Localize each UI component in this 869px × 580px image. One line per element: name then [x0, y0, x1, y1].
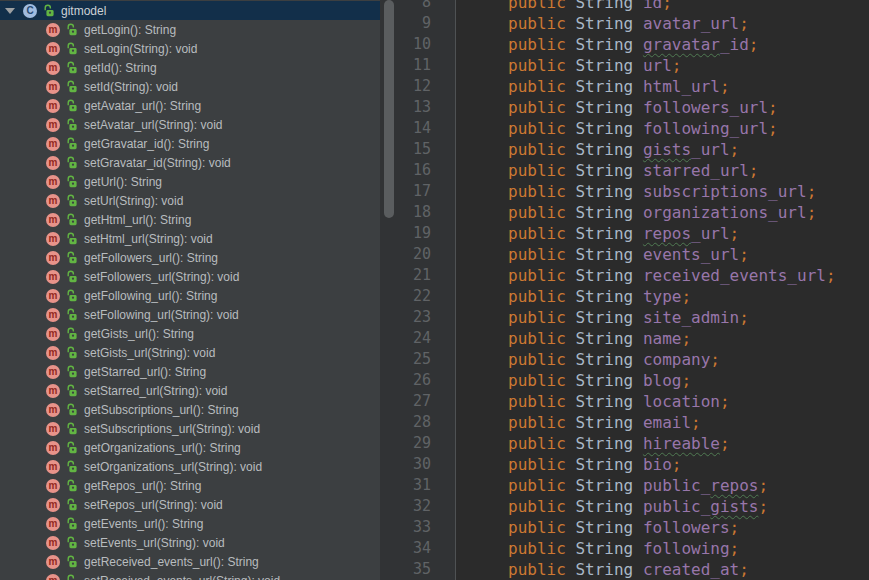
line-number[interactable]: 28: [398, 412, 456, 433]
code-line[interactable]: 19 public String repos_url;: [398, 223, 869, 244]
line-number[interactable]: 32: [398, 496, 456, 517]
line-number[interactable]: 21: [398, 265, 456, 286]
expand-arrow-icon[interactable]: [5, 8, 15, 14]
code-line[interactable]: 34 public String following;: [398, 538, 869, 559]
structure-method-row[interactable]: m getStarred_url(): String: [0, 362, 380, 381]
code-text[interactable]: public String name;: [456, 328, 691, 349]
code-line[interactable]: 28 public String email;: [398, 412, 869, 433]
structure-method-row[interactable]: m setUrl(String): void: [0, 191, 380, 210]
code-line[interactable]: 14 public String following_url;: [398, 118, 869, 139]
line-number[interactable]: 12: [398, 76, 456, 97]
code-text[interactable]: public String hireable;: [456, 433, 730, 454]
structure-method-row[interactable]: m getUrl(): String: [0, 172, 380, 191]
line-number[interactable]: 33: [398, 517, 456, 538]
line-number[interactable]: 26: [398, 370, 456, 391]
line-number[interactable]: 29: [398, 433, 456, 454]
code-text[interactable]: public String followers;: [456, 517, 739, 538]
line-number[interactable]: 18: [398, 202, 456, 223]
line-number[interactable]: 9: [398, 13, 456, 34]
code-text[interactable]: public String public_repos;: [456, 475, 768, 496]
structure-method-row[interactable]: m setOrganizations_url(String): void: [0, 457, 380, 476]
structure-method-row[interactable]: m setHtml_url(String): void: [0, 229, 380, 248]
structure-method-row[interactable]: m getId(): String: [0, 58, 380, 77]
structure-method-row[interactable]: m getLogin(): String: [0, 20, 380, 39]
structure-method-row[interactable]: m setSubscriptions_url(String): void: [0, 419, 380, 438]
line-number[interactable]: 19: [398, 223, 456, 244]
code-line[interactable]: 26 public String blog;: [398, 370, 869, 391]
code-text[interactable]: public String starred_url;: [456, 160, 758, 181]
structure-method-row[interactable]: m getOrganizations_url(): String: [0, 438, 380, 457]
code-line[interactable]: 25 public String company;: [398, 349, 869, 370]
code-text[interactable]: public String subscriptions_url;: [456, 181, 816, 202]
code-text[interactable]: public String bio;: [456, 454, 681, 475]
structure-method-row[interactable]: m getFollowing_url(): String: [0, 286, 380, 305]
line-number[interactable]: 24: [398, 328, 456, 349]
structure-method-row[interactable]: m getRepos_url(): String: [0, 476, 380, 495]
line-number[interactable]: 20: [398, 244, 456, 265]
code-text[interactable]: public String avatar_url;: [456, 13, 749, 34]
code-text[interactable]: public String company;: [456, 349, 720, 370]
structure-method-row[interactable]: m setReceived_events_url(String): void: [0, 571, 380, 580]
code-line[interactable]: 27 public String location;: [398, 391, 869, 412]
structure-method-row[interactable]: m getGists_url(): String: [0, 324, 380, 343]
line-number[interactable]: 10: [398, 34, 456, 55]
line-number[interactable]: 11: [398, 55, 456, 76]
code-text[interactable]: public String followers_url;: [456, 97, 778, 118]
code-line[interactable]: 16 public String starred_url;: [398, 160, 869, 181]
code-line[interactable]: 23 public String site_admin;: [398, 307, 869, 328]
code-line[interactable]: 9 public String avatar_url;: [398, 13, 869, 34]
structure-method-row[interactable]: m setAvatar_url(String): void: [0, 115, 380, 134]
structure-method-row[interactable]: m getGravatar_id(): String: [0, 134, 380, 153]
line-number[interactable]: 23: [398, 307, 456, 328]
code-line[interactable]: 24 public String name;: [398, 328, 869, 349]
code-line[interactable]: 31 public String public_repos;: [398, 475, 869, 496]
code-text[interactable]: public String events_url;: [456, 244, 749, 265]
structure-method-row[interactable]: m setFollowers_url(String): void: [0, 267, 380, 286]
structure-method-row[interactable]: m getFollowers_url(): String: [0, 248, 380, 267]
structure-root-row[interactable]: C gitmodel: [0, 1, 380, 20]
code-text[interactable]: public String organizations_url;: [456, 202, 816, 223]
structure-method-row[interactable]: m getHtml_url(): String: [0, 210, 380, 229]
code-line[interactable]: 32 public String public_gists;: [398, 496, 869, 517]
line-number[interactable]: 8: [398, 0, 456, 13]
line-number[interactable]: 16: [398, 160, 456, 181]
structure-method-row[interactable]: m getSubscriptions_url(): String: [0, 400, 380, 419]
scrollbar-thumb[interactable]: [384, 0, 394, 218]
code-text[interactable]: public String location;: [456, 391, 730, 412]
code-text[interactable]: public String url;: [456, 55, 681, 76]
code-text[interactable]: public String created_at;: [456, 559, 749, 580]
code-line[interactable]: 35 public String created_at;: [398, 559, 869, 580]
code-text[interactable]: public String received_events_url;: [456, 265, 836, 286]
structure-method-row[interactable]: m setGravatar_id(String): void: [0, 153, 380, 172]
line-number[interactable]: 17: [398, 181, 456, 202]
code-line[interactable]: 18 public String organizations_url;: [398, 202, 869, 223]
structure-scrollbar[interactable]: [380, 0, 398, 580]
code-text[interactable]: public String type;: [456, 286, 691, 307]
code-line[interactable]: 12 public String html_url;: [398, 76, 869, 97]
code-line[interactable]: 33 public String followers;: [398, 517, 869, 538]
code-editor[interactable]: 8 public String id; 9 public String avat…: [398, 0, 869, 580]
code-text[interactable]: public String html_url;: [456, 76, 730, 97]
structure-method-row[interactable]: m setLogin(String): void: [0, 39, 380, 58]
line-number[interactable]: 27: [398, 391, 456, 412]
code-line[interactable]: 10 public String gravatar_id;: [398, 34, 869, 55]
code-text[interactable]: public String gists_url;: [456, 139, 739, 160]
code-text[interactable]: public String repos_url;: [456, 223, 739, 244]
code-text[interactable]: public String blog;: [456, 370, 691, 391]
code-line[interactable]: 13 public String followers_url;: [398, 97, 869, 118]
code-line[interactable]: 15 public String gists_url;: [398, 139, 869, 160]
structure-method-row[interactable]: m setRepos_url(String): void: [0, 495, 380, 514]
line-number[interactable]: 14: [398, 118, 456, 139]
code-text[interactable]: public String id;: [456, 0, 672, 13]
line-number[interactable]: 34: [398, 538, 456, 559]
line-number[interactable]: 35: [398, 559, 456, 580]
code-line[interactable]: 30 public String bio;: [398, 454, 869, 475]
structure-method-row[interactable]: m setStarred_url(String): void: [0, 381, 380, 400]
code-line[interactable]: 29 public String hireable;: [398, 433, 869, 454]
line-number[interactable]: 13: [398, 97, 456, 118]
structure-method-row[interactable]: m getEvents_url(): String: [0, 514, 380, 533]
code-text[interactable]: public String email;: [456, 412, 701, 433]
code-line[interactable]: 22 public String type;: [398, 286, 869, 307]
code-line[interactable]: 8 public String id;: [398, 0, 869, 13]
code-text[interactable]: public String site_admin;: [456, 307, 749, 328]
